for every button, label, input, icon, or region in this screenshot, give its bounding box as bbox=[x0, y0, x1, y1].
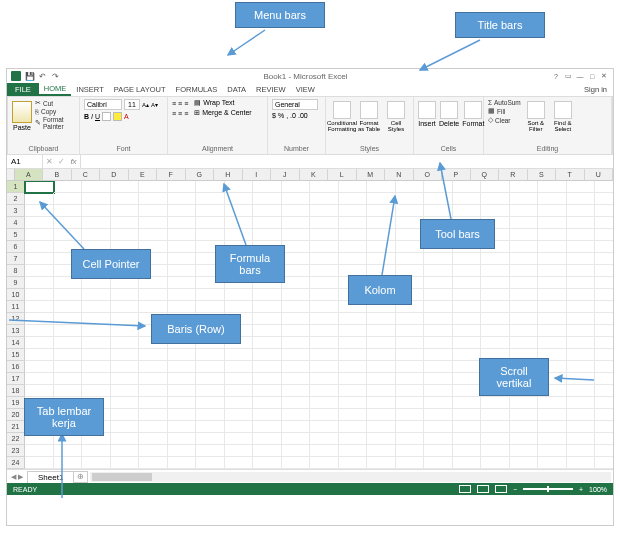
cell[interactable] bbox=[82, 217, 111, 229]
cell[interactable] bbox=[111, 325, 140, 337]
cell[interactable] bbox=[282, 181, 311, 193]
cell[interactable] bbox=[282, 397, 311, 409]
cell[interactable] bbox=[424, 313, 453, 325]
cell[interactable] bbox=[168, 457, 197, 469]
cell[interactable] bbox=[310, 181, 339, 193]
cell[interactable] bbox=[510, 337, 539, 349]
cell[interactable] bbox=[396, 325, 425, 337]
cell[interactable] bbox=[225, 205, 254, 217]
comma-icon[interactable]: , bbox=[286, 112, 288, 119]
cell[interactable] bbox=[567, 217, 596, 229]
cell[interactable] bbox=[367, 253, 396, 265]
tab-file[interactable]: FILE bbox=[7, 83, 39, 96]
cell[interactable] bbox=[225, 217, 254, 229]
cell[interactable] bbox=[139, 289, 168, 301]
cell[interactable] bbox=[424, 265, 453, 277]
cell[interactable] bbox=[595, 373, 613, 385]
row-header[interactable]: 2 bbox=[7, 193, 25, 205]
cell[interactable] bbox=[510, 181, 539, 193]
cell[interactable] bbox=[453, 325, 482, 337]
cell[interactable] bbox=[538, 409, 567, 421]
cell[interactable] bbox=[82, 385, 111, 397]
cell[interactable] bbox=[595, 409, 613, 421]
cell[interactable] bbox=[196, 301, 225, 313]
cell[interactable] bbox=[481, 181, 510, 193]
cell[interactable] bbox=[168, 277, 197, 289]
cell[interactable] bbox=[567, 349, 596, 361]
cell[interactable] bbox=[424, 205, 453, 217]
cell[interactable] bbox=[567, 337, 596, 349]
cell[interactable] bbox=[424, 193, 453, 205]
row-header[interactable]: 9 bbox=[7, 277, 25, 289]
cell[interactable] bbox=[595, 397, 613, 409]
align-mid-icon[interactable]: ≡ bbox=[178, 100, 182, 107]
shrink-font-icon[interactable]: A▾ bbox=[151, 101, 158, 108]
cell[interactable] bbox=[567, 193, 596, 205]
cell[interactable] bbox=[396, 253, 425, 265]
cell[interactable] bbox=[481, 289, 510, 301]
cell[interactable] bbox=[111, 433, 140, 445]
cell[interactable] bbox=[567, 373, 596, 385]
cell[interactable] bbox=[424, 409, 453, 421]
autosum-button[interactable]: Σ AutoSum bbox=[488, 99, 521, 106]
cell[interactable] bbox=[196, 421, 225, 433]
align-top-icon[interactable]: ≡ bbox=[172, 100, 176, 107]
column-header[interactable]: O bbox=[414, 169, 443, 181]
column-header[interactable]: N bbox=[385, 169, 414, 181]
merge-center-button[interactable]: ⊞ Merge & Center bbox=[194, 109, 251, 117]
cell[interactable] bbox=[54, 181, 83, 193]
cell[interactable] bbox=[595, 241, 613, 253]
cell[interactable] bbox=[510, 205, 539, 217]
cell[interactable] bbox=[54, 337, 83, 349]
cell[interactable] bbox=[54, 349, 83, 361]
cell[interactable] bbox=[168, 193, 197, 205]
cell[interactable] bbox=[396, 181, 425, 193]
select-all-corner[interactable] bbox=[7, 169, 15, 181]
row-header[interactable]: 21 bbox=[7, 421, 25, 433]
percent-icon[interactable]: % bbox=[278, 112, 284, 119]
cell[interactable] bbox=[196, 361, 225, 373]
cell[interactable] bbox=[310, 361, 339, 373]
cell[interactable] bbox=[196, 433, 225, 445]
cell[interactable] bbox=[54, 217, 83, 229]
cell[interactable] bbox=[453, 301, 482, 313]
currency-icon[interactable]: $ bbox=[272, 112, 276, 119]
cell[interactable] bbox=[595, 217, 613, 229]
cell[interactable] bbox=[567, 433, 596, 445]
cell[interactable] bbox=[25, 241, 54, 253]
cell[interactable] bbox=[139, 205, 168, 217]
cell[interactable] bbox=[595, 205, 613, 217]
fx-icon[interactable]: fx bbox=[67, 155, 81, 168]
cell[interactable] bbox=[339, 409, 368, 421]
cell[interactable] bbox=[510, 265, 539, 277]
font-size-input[interactable] bbox=[124, 99, 140, 110]
cell[interactable] bbox=[282, 265, 311, 277]
cell[interactable] bbox=[510, 193, 539, 205]
cell[interactable] bbox=[510, 421, 539, 433]
cell[interactable] bbox=[111, 457, 140, 469]
cell[interactable] bbox=[310, 397, 339, 409]
font-name-input[interactable] bbox=[84, 99, 122, 110]
cell[interactable] bbox=[111, 397, 140, 409]
cell[interactable] bbox=[225, 433, 254, 445]
cell[interactable] bbox=[538, 421, 567, 433]
cell[interactable] bbox=[82, 445, 111, 457]
font-color-icon[interactable]: A bbox=[124, 113, 129, 120]
cell[interactable] bbox=[339, 253, 368, 265]
cell[interactable] bbox=[510, 241, 539, 253]
cell[interactable] bbox=[339, 313, 368, 325]
cell[interactable] bbox=[225, 229, 254, 241]
cell[interactable] bbox=[510, 217, 539, 229]
cell[interactable] bbox=[481, 337, 510, 349]
cell[interactable] bbox=[282, 301, 311, 313]
cell[interactable] bbox=[595, 385, 613, 397]
cell[interactable] bbox=[82, 457, 111, 469]
cell[interactable] bbox=[196, 397, 225, 409]
copy-button[interactable]: ⎘ Copy bbox=[35, 108, 75, 115]
cell[interactable] bbox=[424, 325, 453, 337]
cell[interactable] bbox=[567, 361, 596, 373]
column-header[interactable]: U bbox=[585, 169, 614, 181]
cell[interactable] bbox=[168, 385, 197, 397]
cell[interactable] bbox=[567, 301, 596, 313]
row-header[interactable]: 5 bbox=[7, 229, 25, 241]
